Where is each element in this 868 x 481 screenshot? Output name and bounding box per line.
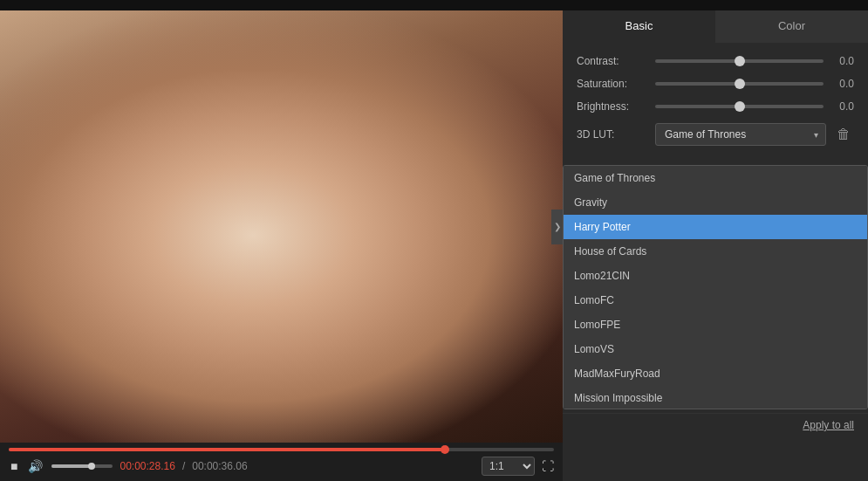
plate-background (0, 10, 563, 443)
zoom-select[interactable]: 1:1FitFill25%50%75%100%200% (482, 457, 535, 476)
total-time: 00:00:36.06 (192, 460, 247, 472)
lut-option[interactable]: Harry Potter (564, 215, 867, 239)
lut-option[interactable]: Lomo21CIN (564, 264, 867, 288)
contrast-slider[interactable] (655, 59, 824, 63)
lut-option[interactable]: Mission Impossible (564, 386, 867, 409)
brightness-handle[interactable] (735, 101, 745, 112)
volume-slider[interactable] (51, 464, 113, 468)
lut-chevron-icon: ▾ (814, 130, 818, 140)
tabs-row: Basic Color (563, 10, 868, 43)
controls-area: Contrast: 0.0 Saturation: 0.0 Brightness… (563, 43, 868, 165)
collapse-icon: ❯ (554, 222, 561, 231)
right-panel: Basic Color Contrast: 0.0 Saturation: 0.… (563, 10, 868, 481)
lut-row: 3D LUT: Game of Thrones ▾ 🗑 (577, 123, 854, 146)
brightness-value: 0.0 (824, 100, 854, 113)
stop-icon: ■ (10, 459, 17, 473)
lut-label: 3D LUT: (577, 128, 655, 141)
saturation-label: Saturation: (577, 78, 655, 90)
contrast-label: Contrast: (577, 55, 655, 67)
volume-icon: 🔊 (28, 459, 43, 473)
brightness-slider[interactable] (655, 105, 824, 108)
contrast-handle[interactable] (735, 56, 745, 66)
apply-all-button[interactable]: Apply to all (803, 419, 854, 431)
volume-button[interactable]: 🔊 (26, 457, 44, 475)
saturation-row: Saturation: 0.0 (577, 78, 854, 90)
volume-fill (51, 464, 92, 468)
progress-fill (9, 448, 445, 451)
lut-option[interactable]: Game of Thrones (564, 166, 867, 190)
apply-all-row: Apply to all (563, 413, 868, 438)
current-time: 00:00:28.16 (120, 460, 174, 472)
fullscreen-icon: ⛶ (542, 459, 554, 473)
lut-dropdown[interactable]: Game of ThronesGravityHarry PotterHouse … (563, 165, 868, 409)
brightness-label: Brightness: (577, 100, 655, 113)
stop-button[interactable]: ■ (9, 457, 19, 475)
progress-handle[interactable] (441, 445, 449, 454)
tab-color[interactable]: Color (715, 10, 868, 43)
time-separator: / (182, 460, 185, 472)
brightness-row: Brightness: 0.0 (577, 100, 854, 113)
lut-option[interactable]: LomoFC (564, 288, 867, 313)
contrast-row: Contrast: 0.0 (577, 55, 854, 67)
progress-bar[interactable] (9, 448, 554, 451)
video-container: ❯ (0, 10, 563, 443)
lut-option[interactable]: LomoVS (564, 337, 867, 361)
lut-option[interactable]: Gravity (564, 190, 867, 215)
controls-row: ■ 🔊 00:00:28.16 / 00:00:36.06 1:1FitFill… (9, 457, 554, 476)
video-thumbnail (0, 10, 563, 443)
volume-handle[interactable] (88, 463, 95, 470)
main-area: ❯ ■ 🔊 00:00:28.16 / 00 (0, 10, 868, 481)
delete-icon: 🗑 (837, 127, 851, 141)
top-bar (0, 0, 868, 10)
lut-select-wrapper: Game of Thrones ▾ (655, 123, 826, 146)
contrast-value: 0.0 (824, 55, 854, 67)
lut-option[interactable]: LomoFPE (564, 313, 867, 337)
saturation-handle[interactable] (735, 79, 745, 89)
collapse-button[interactable]: ❯ (551, 210, 563, 244)
video-controls: ■ 🔊 00:00:28.16 / 00:00:36.06 1:1FitFill… (0, 443, 563, 481)
saturation-slider[interactable] (655, 82, 824, 86)
tab-basic[interactable]: Basic (563, 10, 715, 43)
fullscreen-button[interactable]: ⛶ (542, 459, 554, 473)
lut-option[interactable]: House of Cards (564, 239, 867, 264)
lut-option[interactable]: MadMaxFuryRoad (564, 361, 867, 386)
saturation-value: 0.0 (824, 78, 854, 90)
video-panel: ❯ ■ 🔊 00:00:28.16 / 00 (0, 10, 563, 481)
lut-delete-button[interactable]: 🗑 (833, 123, 854, 146)
lut-selected-value: Game of Thrones (665, 128, 746, 141)
lut-select-display[interactable]: Game of Thrones ▾ (655, 123, 826, 146)
